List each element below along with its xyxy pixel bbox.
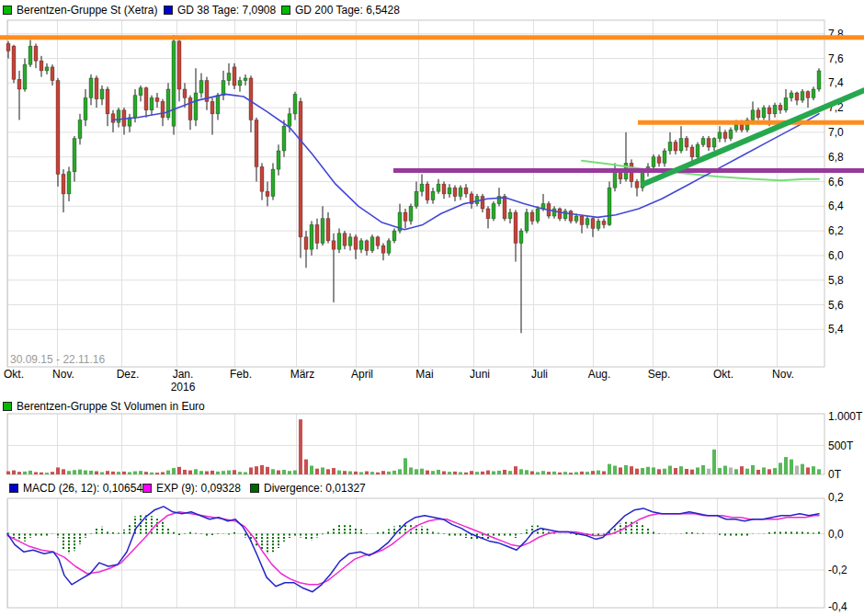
svg-text:Feb.: Feb. — [230, 368, 252, 381]
legend-item-exp: EXP (9): 0,09328 — [142, 482, 241, 495]
svg-text:5,4: 5,4 — [828, 323, 844, 336]
svg-text:7,6: 7,6 — [828, 52, 844, 65]
macd-series-label: MACD (26, 12): 0,10654 — [23, 482, 142, 495]
svg-text:Okt.: Okt. — [4, 368, 24, 381]
macd-chart-legend: MACD (26, 12): 0,10654 EXP (9): 0,09328 … — [0, 482, 858, 495]
date-range-label: 30.09.15 - 22.11.16 — [10, 353, 105, 366]
legend-item-volume: Berentzen-Gruppe St Volumen in Euro — [3, 400, 205, 413]
axis-labels: 7,87,67,47,27,06,86,66,46,26,05,85,65,41… — [4, 28, 863, 613]
svg-text:-0,4: -0,4 — [828, 600, 847, 613]
volume-chart-legend: Berentzen-Gruppe St Volumen in Euro — [3, 400, 861, 413]
svg-text:Nov.: Nov. — [772, 368, 794, 381]
gridlines — [7, 20, 824, 608]
candles — [6, 35, 821, 333]
volume-series-swatch-icon — [3, 402, 12, 411]
exp-series-label: EXP (9): 0,09328 — [156, 482, 241, 495]
svg-text:5,8: 5,8 — [828, 274, 844, 287]
volume-bars — [6, 419, 821, 474]
svg-text:Juni: Juni — [470, 368, 490, 381]
svg-text:Nov.: Nov. — [52, 368, 74, 381]
chart-canvas: 7,87,67,47,27,06,86,66,46,26,05,85,65,41… — [0, 0, 864, 616]
macd-series-swatch-icon — [9, 484, 18, 493]
svg-text:April: April — [351, 368, 373, 381]
svg-text:7,4: 7,4 — [828, 76, 844, 89]
svg-text:2016: 2016 — [171, 381, 196, 394]
svg-text:6,8: 6,8 — [828, 151, 844, 164]
svg-text:6,0: 6,0 — [828, 249, 844, 262]
svg-text:März: März — [290, 368, 315, 381]
svg-text:6,2: 6,2 — [828, 224, 844, 237]
divergence-series-swatch-icon — [250, 484, 259, 493]
svg-text:0,0: 0,0 — [828, 528, 844, 541]
svg-text:5,6: 5,6 — [828, 299, 844, 312]
svg-text:Jan.: Jan. — [173, 368, 194, 381]
svg-text:500T: 500T — [828, 439, 854, 452]
annotation-lines — [0, 38, 864, 184]
svg-text:-0,2: -0,2 — [828, 564, 847, 576]
stock-chart-page: Berentzen-Gruppe St (Xetra) GD 38 Tage: … — [0, 0, 864, 616]
svg-text:Sep.: Sep. — [648, 368, 671, 381]
macd-lines — [7, 507, 819, 592]
exp-series-swatch-icon — [142, 484, 152, 493]
svg-text:6,6: 6,6 — [828, 176, 844, 188]
volume-series-label: Berentzen-Gruppe St Volumen in Euro — [17, 400, 205, 413]
divergence-series-label: Divergence: 0,01327 — [264, 482, 366, 495]
svg-text:Juli: Juli — [531, 368, 548, 381]
svg-text:6,4: 6,4 — [828, 200, 844, 212]
legend-item-macd: MACD (26, 12): 0,10654 — [9, 482, 142, 495]
svg-text:7,0: 7,0 — [828, 126, 844, 139]
svg-text:Dez.: Dez. — [117, 368, 140, 381]
svg-text:0T: 0T — [828, 468, 842, 481]
svg-text:Mai: Mai — [415, 368, 433, 381]
legend-item-divergence: Divergence: 0,01327 — [250, 482, 366, 495]
svg-text:Aug.: Aug. — [588, 368, 611, 381]
svg-text:Okt.: Okt. — [713, 368, 733, 381]
moving-averages — [113, 94, 819, 229]
